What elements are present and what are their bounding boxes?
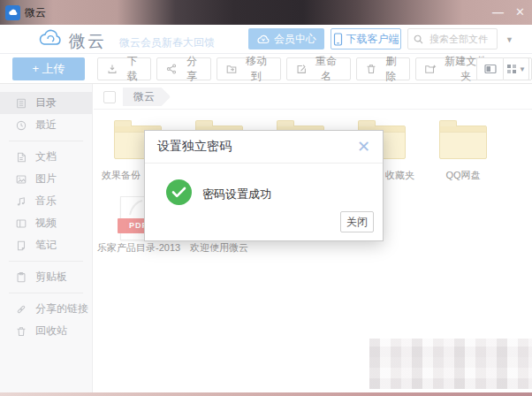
breadcrumb: 微云 [94,84,532,110]
sidebar-item-recent[interactable]: 最近 [0,114,92,136]
grid-view-icon [506,64,517,74]
member-cloud-icon [256,34,270,44]
file-label: 乐家产品目录-2013 [97,241,179,255]
folder-icon [439,126,487,159]
upload-button[interactable]: + 上传 [12,57,85,80]
rename-icon [295,63,308,75]
dialog-header: 设置独立密码 ✕ [145,131,383,164]
sidebar-item-shared-links[interactable]: 分享的链接 [0,298,92,320]
dialog-close-icon[interactable]: ✕ [357,139,370,155]
folder-label: QQ网盘 [422,169,504,182]
sidebar-separator [9,141,83,141]
background-photo-strip [0,392,532,396]
download-button[interactable]: 下载 [97,57,151,80]
sidebar-item-notes[interactable]: 笔记 [0,234,92,256]
new-folder-icon [424,63,437,75]
directory-icon [15,97,27,110]
image-icon [15,173,27,186]
dialog-message: 密码设置成功 [202,187,271,202]
rename-button[interactable]: 重命名 [286,57,351,80]
sidebar-item-video[interactable]: 视频 [0,212,92,234]
move-icon [225,63,238,75]
clock-icon [15,119,27,132]
sidebar-item-directory[interactable]: 目录 [0,92,92,114]
minimize-button[interactable]: — [492,0,503,25]
detail-pane-toggle[interactable] [476,57,503,80]
search-box [407,28,498,50]
set-password-dialog: 设置独立密码 ✕ 密码设置成功 关闭 [144,130,384,241]
share-icon [165,63,178,75]
toolbar: + 上传 下载 分享 移动到 重命名 删除 [0,54,532,84]
close-button[interactable]: 关闭 [340,211,374,232]
close-window-button[interactable]: ✕ [515,0,525,25]
sidebar-separator [9,293,83,293]
move-to-button[interactable]: 移动到 [217,57,281,80]
document-icon [15,151,27,164]
view-mode-toggle[interactable]: ▼ [503,57,529,80]
clipboard-icon [15,271,27,284]
app-cloud-icon [5,5,20,20]
share-button[interactable]: 分享 [156,57,210,80]
window-title: 微云 [25,5,46,20]
select-all-checkbox[interactable] [103,91,116,103]
sidebar-item-recycle-bin[interactable]: 回收站 [0,320,92,342]
delete-button[interactable]: 删除 [356,57,410,80]
link-icon [15,303,27,316]
header-dropdown-caret[interactable]: ▼ [505,35,513,44]
sidebar-separator [9,261,83,262]
download-icon [106,63,118,75]
logo-text: 微云 [69,30,106,53]
sidebar-item-clipboard[interactable]: 剪贴板 [0,266,92,288]
music-icon [15,195,27,208]
breadcrumb-root[interactable]: 微云 [123,88,162,106]
dialog-title: 设置独立密码 [157,139,232,155]
header: 微云 微云会员新春大回馈 会员中心 下载客户端 ▼ [0,25,532,54]
sidebar: 目录 最近 文档 图片 音乐 视频 笔记 剪贴板 [0,84,93,392]
download-client-button[interactable]: 下载客户端 [331,28,401,50]
note-icon [15,240,27,252]
weiyun-logo-icon [37,27,64,52]
success-icon [166,179,192,205]
weiyun-window: 微云 — ✕ 微云 微云会员新春大回馈 会员中心 下载 [0,0,532,396]
view-caret: ▼ [519,65,526,73]
delete-icon [365,63,377,75]
member-center-button[interactable]: 会员中心 [248,28,324,50]
title-bar: 微云 — ✕ [0,0,532,25]
search-icon [413,33,424,49]
sidebar-item-music[interactable]: 音乐 [0,190,92,212]
censored-mosaic [369,339,532,389]
video-icon [15,217,27,230]
sidebar-item-documents[interactable]: 文档 [0,146,92,168]
trash-icon [15,325,27,338]
file-label: 欢迎使用微云 [179,241,260,255]
phone-icon [333,33,343,46]
sidebar-item-pictures[interactable]: 图片 [0,168,92,190]
pane-icon [483,63,498,75]
promo-link[interactable]: 微云会员新春大回馈 [119,35,215,50]
